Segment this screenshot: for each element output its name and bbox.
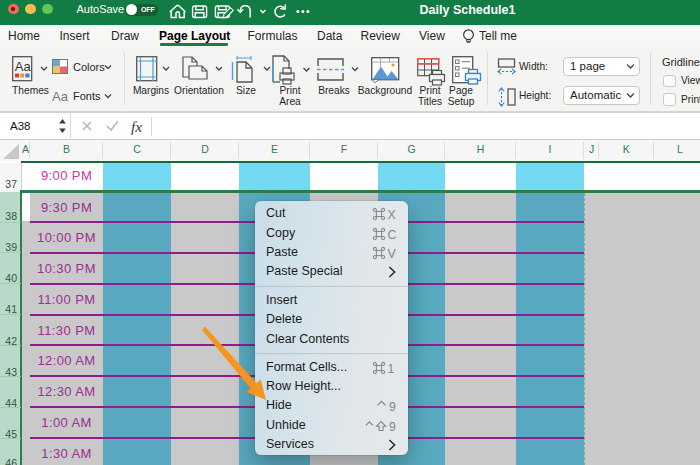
svg-text:9: 9 bbox=[388, 419, 395, 433]
svg-text:Colors: Colors bbox=[73, 61, 105, 73]
svg-text:V: V bbox=[387, 246, 396, 260]
svg-text:X: X bbox=[387, 208, 395, 222]
svg-text:fx: fx bbox=[131, 118, 142, 135]
svg-text:1: 1 bbox=[387, 361, 394, 375]
svg-text:Aa: Aa bbox=[15, 59, 32, 74]
svg-text:C: C bbox=[387, 227, 396, 241]
svg-text:Aa: Aa bbox=[52, 89, 69, 104]
svg-text:9: 9 bbox=[389, 400, 396, 414]
svg-text:Fonts: Fonts bbox=[73, 90, 101, 102]
